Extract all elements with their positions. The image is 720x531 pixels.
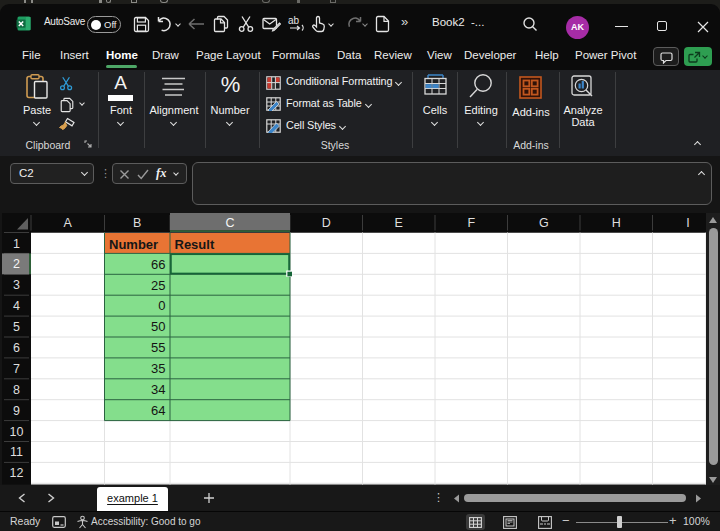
svg-text:6: 6 — [13, 341, 20, 355]
svg-text:C: C — [225, 216, 234, 230]
svg-text:B: B — [133, 216, 141, 230]
svg-text:50: 50 — [151, 319, 165, 334]
svg-text:G: G — [539, 216, 549, 230]
svg-text:D: D — [322, 216, 331, 230]
svg-text:9: 9 — [13, 404, 20, 418]
svg-text:0: 0 — [158, 298, 165, 313]
svg-text:5: 5 — [13, 320, 20, 334]
svg-text:64: 64 — [151, 403, 165, 418]
svg-text:3: 3 — [13, 278, 20, 292]
svg-text:ab: ab — [288, 15, 300, 26]
svg-text:10: 10 — [10, 425, 24, 439]
svg-text:34: 34 — [151, 382, 165, 397]
svg-text:66: 66 — [151, 257, 165, 272]
svg-text:2: 2 — [13, 257, 20, 271]
svg-text:F: F — [467, 216, 475, 230]
svg-text:A: A — [64, 216, 73, 230]
svg-text:4: 4 — [13, 299, 20, 313]
svg-text:Result: Result — [175, 237, 215, 252]
svg-text:35: 35 — [151, 361, 165, 376]
svg-text:Number: Number — [109, 237, 158, 252]
svg-text:55: 55 — [151, 340, 165, 355]
svg-text:12: 12 — [10, 466, 24, 480]
svg-text:11: 11 — [10, 445, 23, 459]
svg-text:1: 1 — [13, 237, 20, 251]
svg-text:H: H — [612, 216, 621, 230]
svg-text:I: I — [686, 216, 689, 230]
svg-text:E: E — [395, 216, 403, 230]
svg-text:25: 25 — [151, 278, 165, 293]
svg-text:8: 8 — [13, 383, 20, 397]
svg-text:7: 7 — [13, 362, 20, 376]
